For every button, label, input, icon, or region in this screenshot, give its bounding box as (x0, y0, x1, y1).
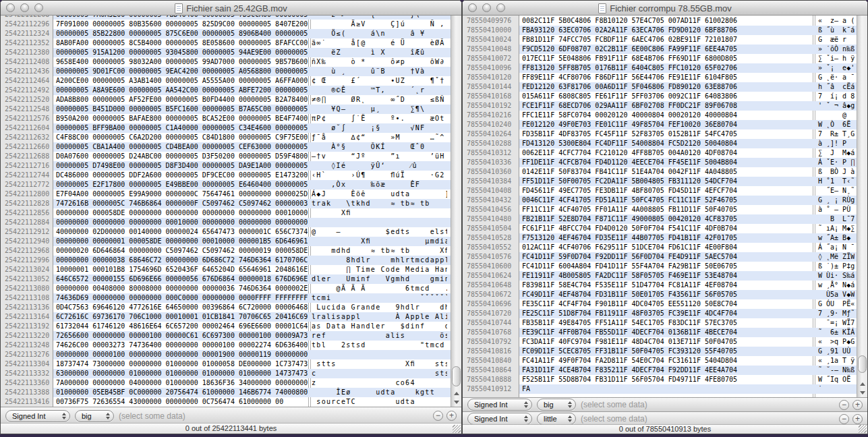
type-select[interactable]: Signed Int (467, 399, 532, 411)
hex-row[interactable]: 78550410864FA31D11F 4CE4B704 F835211F 4D… (463, 366, 857, 375)
hex-row[interactable]: 78550410216FFC1E11F 58FC0704 00020120 40… (463, 111, 857, 120)
hex-row[interactable]: 25422113052646C6572 00000155 6D696E66 00… (1, 274, 451, 284)
hex-row[interactable]: 25422112688D0A07600 00000005 D24ABC00 00… (1, 152, 451, 161)
hex-row[interactable]: 78550410192FCE1F11F 68ECD706 029AA11F 6B… (463, 101, 857, 111)
hex-row[interactable]: 2542211232400000005 85B22800 00000005 87… (1, 29, 451, 38)
hex-row[interactable]: 254221131360D4C7563 69646120 4772616E 64… (1, 303, 451, 312)
hex-row[interactable]: 25422112520ADA8B800 00000005 AF52FE00 00… (1, 95, 451, 105)
vertical-scrollbar[interactable] (857, 16, 867, 397)
hex-row[interactable]: 78550410456FF11C11F 4CF40705 FF01A11F 4A… (463, 205, 857, 214)
hex-row[interactable]: 785504099760082C11F 5B0C4806 F8B10120 57… (463, 16, 857, 26)
hex-row[interactable]: 78550410072017EC11F 5E048806 FB91F11F 68… (463, 54, 857, 63)
hex-row[interactable]: 78550410768FE39C11F 4FF0B704 FB55D11F 4D… (463, 328, 857, 337)
hex-row[interactable]: 2542211285600000000 000058DE 00000000 00… (1, 208, 451, 218)
hex-row[interactable]: 78550410168015A611F 6808C805 FE61F11F 5F… (463, 92, 857, 101)
hex-row[interactable]: 78550410384FF51D11F 50F00705 FC2DA11F 5B… (463, 177, 857, 186)
hex-row[interactable]: 2542211333263000000 00000000 01000000 01… (1, 369, 451, 378)
hex-row[interactable]: 78550410816FC09D11F 5CEC8705 FF31B11F 50… (463, 347, 857, 356)
hex-row[interactable]: 78550410552012AC11F 4CF40706 F629511F 51… (463, 243, 857, 252)
hex-row[interactable]: 254221133607A000000 00000000 04000000 01… (1, 378, 451, 388)
hex-row[interactable]: 78550410840FC41A11F 49F0F704 FA2D811F 54… (463, 356, 857, 366)
hex-row[interactable]: 78550410480FB21B11F 52E8D704 F871C11F 49… (463, 214, 857, 224)
hex-row[interactable]: 2542211288400000000 00000000 00000000 00… (1, 218, 451, 227)
hex-row[interactable]: 78550410672FC49D11F 4EF48704 FD31B11F 50… (463, 290, 857, 299)
hex-row[interactable]: 78550410744FB35B11F 49E84705 FF51A11F 54… (463, 318, 857, 328)
hex-row[interactable]: 78550410528F7513120 4EF46704 FD35E11F 44… (463, 233, 857, 243)
hex-row[interactable]: 78550410144FED12120 63F81706 00A6D11F 5F… (463, 82, 857, 92)
hex-row[interactable]: 78550410048F9CD5120 6DF08707 02C2B11F 6E… (463, 45, 857, 54)
hex-row[interactable]: 254221128287472616B 0000005C 746B6864 00… (1, 199, 451, 208)
endian-select[interactable]: little (537, 413, 576, 425)
title-bar[interactable]: Fichier sain 25.42GB.mov (1, 1, 461, 16)
hex-row[interactable]: 78550410696FE35C11F 4CF4F704 F901B11F 4D… (463, 299, 857, 309)
hex-row[interactable]: 78550410336FF1DE11F 4CFCB704 FD4D1120 4E… (463, 158, 857, 167)
type-select[interactable]: Signed Int (5, 410, 70, 422)
remove-inspector-button[interactable]: − (839, 400, 849, 410)
title-bar[interactable]: Fichier corrompu 78.55GB.mov (463, 1, 867, 16)
hex-row[interactable]: 2542211327600000000 00000100 00000000 00… (1, 350, 451, 359)
hex-row[interactable]: 78550410024FB81D11F 74FCC705 FCBDF11F 6A… (463, 35, 857, 45)
hex-row[interactable]: 254221122967F091000 00000005 80B35600 00… (1, 20, 451, 29)
scroll-up-arrow-icon[interactable] (451, 389, 461, 398)
hex-row[interactable]: 78550410576FC41D11F 59F0D704 F92DD11F 56… (463, 252, 857, 262)
remove-inspector-button[interactable]: − (839, 414, 849, 424)
hex-row[interactable]: 2542211296800000020 6D646864 00000000 C5… (1, 246, 451, 256)
hex-row[interactable]: 78550410240FE012120 49F0E703 FE01C11F 49… (463, 120, 857, 129)
hex-row[interactable]: 2542211299600000000 00000038 68646C72 00… (1, 256, 451, 265)
hex-row[interactable]: 78550410264FD35B11F 4DF83705 FC45F11F 52… (463, 129, 857, 139)
hex-row[interactable]: 2542211330418737474 73000000 00000000 01… (1, 359, 451, 369)
hex-row[interactable]: 2542211302410000001 000101B8 1754696D 65… (1, 265, 451, 274)
type-select[interactable]: Signed Int (467, 413, 532, 425)
hex-row[interactable]: 78550410912FA˙ (463, 384, 857, 394)
hex-row[interactable]: 25422112744DC486000 00000005 DDF2A600 00… (1, 171, 451, 180)
hex-row[interactable]: 25422112464A200CE00 00000005 A3AB1400 00… (1, 76, 451, 86)
scroll-down-arrow-icon[interactable] (857, 388, 867, 397)
hex-row[interactable]: 2542211319261732044 61746120 48616E64 6C… (1, 322, 451, 331)
hex-row[interactable]: 78550410792FC3DA11F 40FC9704 F981E11F 48… (463, 337, 857, 347)
hex-row[interactable]: 2542211324874626C00 00003273 74736400 00… (1, 341, 451, 350)
endian-select[interactable]: big (537, 399, 576, 411)
resize-grip[interactable] (453, 425, 461, 433)
hex-row[interactable]: 25422112576B950A200 00000005 BAFAE800 00… (1, 114, 451, 123)
add-inspector-button[interactable]: + (446, 411, 457, 421)
scroll-up-arrow-icon[interactable] (857, 380, 867, 388)
hex-row[interactable]: 785504103120062E11F 4CFC7704 FC210120 4F… (463, 148, 857, 158)
hex-row[interactable]: 254221123528AB0FA00 00000005 8C5B4000 00… (1, 38, 451, 48)
hex-row[interactable]: 78550410408FD45611F 49EC7705 FE3DB11F 4B… (463, 186, 857, 196)
add-inspector-button[interactable]: + (852, 414, 863, 424)
vertical-scrollbar[interactable] (451, 16, 461, 407)
hex-row[interactable]: 2542211322072656600 00000000 00000100 00… (1, 331, 451, 341)
hex-row[interactable]: 78550410000FBA93120 63EC0706 02A2A11F 63… (463, 26, 857, 35)
hex-row[interactable]: 2542211254800000005 B451D000 00000005 B5… (1, 105, 451, 114)
hex-row[interactable]: 2542211266000000005 CBA1A400 00000005 CD… (1, 142, 451, 152)
hex-row[interactable]: 78550410720FE25C11F 51D8F704 FB11911F 48… (463, 309, 857, 318)
hex-view[interactable]: 785504099760082C11F 5B0C4806 F8B10120 57… (463, 16, 867, 397)
hex-row[interactable]: 2542211308000000000 00408000 80008000 00… (1, 284, 451, 293)
hex-row[interactable]: 2542211260400000005 BFF9BA00 00000005 C1… (1, 123, 451, 133)
scroll-down-arrow-icon[interactable] (451, 398, 461, 407)
hex-row[interactable]: 2542211291240000000 02D00000 00140000 00… (1, 227, 451, 237)
hex-row[interactable]: 2542211243600000005 9D01FC00 00000005 9E… (1, 67, 451, 76)
hex-row[interactable]: 2542211277200000005 E2F17800 00000005 E4… (1, 180, 451, 190)
hex-row[interactable]: 78550410624FE11911F 4B005805 FA2DC11F 58… (463, 271, 857, 281)
hex-row[interactable]: 78550410120FF89E11F 4CF80706 F86DF11F 56… (463, 73, 857, 82)
hex-row[interactable]: 2542211338801000000 05EB45BF 0C000000 20… (1, 388, 451, 397)
hex-row[interactable]: 78550410600FC41D11F 6004A804 FD41D11F 55… (463, 262, 857, 271)
hex-row[interactable]: 78550410504FC61F11F 4BFCC704 FD4D0120 50… (463, 224, 857, 233)
hex-row[interactable]: 25422112800E7F04A00 00000005 E99A9000 00… (1, 190, 451, 199)
hex-row[interactable]: 2542211271600000005 D7498E00 00000005 D8… (1, 161, 451, 171)
hex-row[interactable]: 2542211310874636D69 00000000 00000000 00… (1, 293, 451, 303)
hex-row[interactable]: 2542211341600736F75 72636554 43000000 00… (1, 397, 451, 407)
resize-grip[interactable] (859, 425, 867, 433)
hex-row[interactable]: 2542211238000000005 915A1200 00000005 93… (1, 48, 451, 57)
hex-row[interactable]: 785504104320046C11F 4CF41705 FD51A11F 50… (463, 196, 857, 205)
hex-row[interactable]: 785504103600142E11F 50F83704 FB41C11F 51… (463, 167, 857, 177)
hex-row[interactable]: 254221131646C72616C 69736170 706C1000 00… (1, 312, 451, 322)
hex-row[interactable]: 25422112632C4F88C00 00000005 C6A2D200 00… (1, 133, 451, 142)
hex-row[interactable]: 2542211294000000000 00000001 000058DE 00… (1, 237, 451, 246)
hex-row[interactable]: 78550410888F525B11F 55D8B704 FB31D11F 56… (463, 375, 857, 384)
add-inspector-button[interactable]: + (852, 400, 863, 410)
scrollbar-thumb[interactable] (858, 355, 867, 373)
scrollbar-thumb[interactable] (452, 366, 461, 386)
hex-view[interactable]: 2542211226800000005 7A0A3E00 00000005 7B… (1, 16, 461, 407)
